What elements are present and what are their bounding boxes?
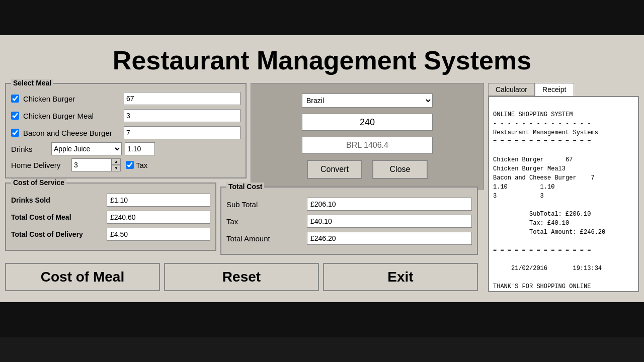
total-amount-value[interactable] — [307, 232, 472, 245]
chicken-burger-meal-checkbox[interactable] — [11, 112, 19, 120]
total-meal-value[interactable] — [107, 211, 210, 224]
cost-of-meal-button[interactable]: Cost of Meal — [5, 263, 160, 291]
converter-input[interactable] — [302, 114, 433, 131]
spinner-buttons: ▲ ▼ — [112, 158, 121, 171]
cost-service-title: Cost of Service — [11, 178, 66, 187]
total-cost-wrap: Total Cost Sub Total Tax Total Amount — [220, 183, 478, 255]
calculator-tab[interactable]: Calculator — [488, 83, 535, 96]
total-delivery-label: Total Cost of Delivery — [11, 230, 107, 238]
drinks-price-input[interactable] — [125, 142, 155, 155]
delivery-input[interactable] — [71, 158, 112, 171]
converter-result[interactable] — [302, 137, 433, 154]
chicken-burger-checkbox[interactable] — [11, 95, 19, 103]
converter-buttons: Convert Close — [307, 160, 428, 179]
page-title: Restaurant Management Systems — [5, 40, 639, 83]
drinks-sold-row: Drinks Sold — [11, 194, 210, 207]
chicken-burger-label: Chicken Burger — [23, 95, 124, 103]
total-delivery-row: Total Cost of Delivery — [11, 228, 210, 241]
convert-button[interactable]: Convert — [307, 160, 362, 179]
close-button[interactable]: Close — [372, 160, 428, 179]
country-select[interactable]: Brazil USA France Germany Japan — [302, 94, 433, 108]
select-meal-box: Select Meal Chicken Burger Chicken Burge… — [5, 83, 247, 178]
sub-total-value[interactable] — [307, 198, 472, 211]
tax-total-value[interactable] — [307, 215, 472, 228]
chicken-burger-row: Chicken Burger — [11, 92, 240, 105]
spinner-down-button[interactable]: ▼ — [112, 165, 121, 171]
bacon-cheese-input[interactable] — [124, 126, 240, 139]
receipt-content: ONLINE SHOPPING SYSTEM - - - - - - - - -… — [488, 96, 639, 292]
bacon-cheese-row: Bacon and Cheese Burger — [11, 126, 240, 139]
drinks-select[interactable]: Apple Juice Orange Juice Cola Water — [51, 142, 122, 155]
converter-box: Brazil USA France Germany Japan Convert … — [251, 83, 484, 190]
drinks-row: Drinks Apple Juice Orange Juice Cola Wat… — [11, 142, 240, 155]
tax-checkbox[interactable] — [126, 161, 134, 169]
bacon-cheese-checkbox[interactable] — [11, 129, 19, 137]
delivery-spinner: ▲ ▼ — [71, 158, 121, 171]
total-amount-label: Total Amount — [226, 234, 307, 243]
total-delivery-value[interactable] — [107, 228, 210, 241]
chicken-burger-input[interactable] — [124, 92, 240, 105]
drinks-sold-value[interactable] — [107, 194, 210, 207]
drinks-label: Drinks — [11, 145, 51, 153]
tabs-row: Calculator Receipt — [488, 83, 639, 96]
bacon-cheese-label: Bacon and Cheese Burger — [23, 129, 124, 137]
total-cost-title: Total Cost — [226, 183, 264, 191]
tax-label: Tax — [136, 161, 147, 169]
receipt-tab[interactable]: Receipt — [535, 83, 574, 96]
total-cost-box: Total Cost Sub Total Tax Total Amount — [220, 187, 478, 255]
total-amount-row: Total Amount — [226, 232, 472, 245]
sub-total-label: Sub Total — [226, 200, 307, 209]
right-panel: Calculator Receipt ONLINE SHOPPING SYSTE… — [488, 83, 639, 292]
cost-service-box: Cost of Service Drinks Sold Total Cost o… — [5, 183, 216, 251]
tax-checkbox-group: Tax — [126, 161, 147, 169]
chicken-burger-meal-row: Chicken Burger Meal — [11, 109, 240, 122]
chicken-burger-meal-label: Chicken Burger Meal — [23, 112, 124, 120]
drinks-sold-label: Drinks Sold — [11, 196, 107, 204]
delivery-row: Home Delivery ▲ ▼ Tax — [11, 158, 240, 171]
sub-total-row: Sub Total — [226, 198, 472, 211]
delivery-label: Home Delivery — [11, 161, 71, 169]
tax-total-row: Tax — [226, 215, 472, 228]
total-meal-label: Total Cost of Meal — [11, 213, 107, 221]
spinner-up-button[interactable]: ▲ — [112, 158, 121, 165]
total-meal-row: Total Cost of Meal — [11, 211, 210, 224]
chicken-burger-meal-input[interactable] — [124, 109, 240, 122]
cost-service-wrap: Cost of Service Drinks Sold Total Cost o… — [5, 183, 216, 255]
bottom-section: Cost of Service Drinks Sold Total Cost o… — [5, 183, 478, 255]
tax-total-label: Tax — [226, 217, 307, 226]
select-meal-title: Select Meal — [11, 79, 53, 87]
